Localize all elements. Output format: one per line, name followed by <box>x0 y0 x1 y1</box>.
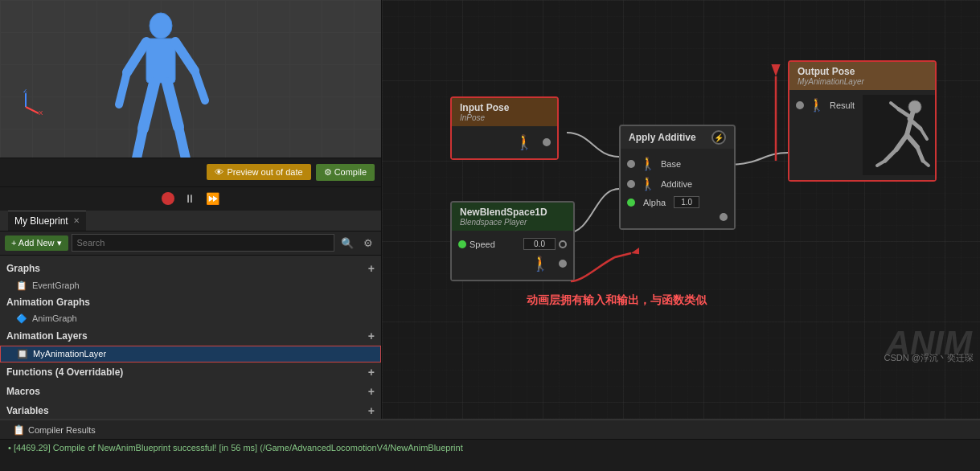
preview-icon: 👁 <box>215 167 223 177</box>
step-button[interactable]: ⏩ <box>205 191 219 206</box>
compiler-line: • [4469.29] Compile of NewAnimBlueprint … <box>8 443 972 453</box>
svg-line-9 <box>195 71 205 100</box>
svg-line-25 <box>885 149 896 161</box>
apply-additive-node[interactable]: Apply Additive ⚡ 🚶 Base 🚶 Additive Alpha <box>619 125 736 230</box>
base-pin: 🚶 Base <box>621 154 734 174</box>
event-graph-item[interactable]: 📋 EventGraph <box>0 278 381 293</box>
graphs-section-header[interactable]: Graphs + <box>0 259 381 278</box>
add-new-toolbar: + Add New ▾ 🔍 ⚙ <box>0 231 381 256</box>
result-pin: 🚶 Result <box>789 95 863 115</box>
svg-line-24 <box>896 135 907 149</box>
svg-text:X: X <box>39 109 43 117</box>
svg-line-12 <box>167 83 178 127</box>
alpha-input[interactable] <box>674 196 699 208</box>
apply-additive-header: Apply Additive ⚡ <box>621 126 734 149</box>
blendspace-figure-icon: 🚶 <box>531 255 549 272</box>
compiler-results-tab-bar: 📋 Compiler Results <box>0 420 980 440</box>
alpha-pin: Alpha <box>621 194 734 211</box>
graph-editor[interactable]: Input Pose InPose 🚶 ⚡ NewBlendSpace1D Bl… <box>382 0 980 419</box>
graphs-add-icon[interactable]: + <box>368 262 375 275</box>
alpha-pin-dot <box>627 199 635 207</box>
animation-layer-icon: 🔲 <box>17 349 28 359</box>
compile-button[interactable]: ⚙ Compile <box>316 164 375 181</box>
svg-point-18 <box>908 100 921 113</box>
svg-line-23 <box>921 129 927 139</box>
preview-out-of-date-button[interactable]: 👁 Preview out of date <box>207 164 310 180</box>
my-animation-layer-item[interactable]: 🔲 MyAnimationLayer <box>0 346 381 362</box>
output-pose-preview <box>863 95 935 175</box>
functions-section[interactable]: Functions (4 Overridable) + <box>0 362 381 382</box>
anim-graph-icon: 🔷 <box>16 313 27 324</box>
macros-section[interactable]: Macros + <box>0 382 381 401</box>
input-pose-body: 🚶 <box>452 126 557 158</box>
variables-add-icon[interactable]: + <box>368 404 375 417</box>
svg-line-29 <box>923 161 929 166</box>
svg-point-4 <box>150 13 172 39</box>
add-new-button[interactable]: + Add New ▾ <box>5 236 68 251</box>
speed-pin-row: Speed <box>452 236 573 252</box>
pause-button[interactable]: ⏸ <box>182 191 197 206</box>
output-pose-header: Output Pose MyAnimationLayer <box>789 62 935 90</box>
additive-pin: 🚶 Additive <box>621 174 734 194</box>
base-pin-dot <box>627 160 635 168</box>
csdn-credit: CSDN @浮沉丶奕迁琛 <box>884 352 974 364</box>
compiler-results-icon: 📋 <box>13 424 25 436</box>
apply-additive-output-pin <box>621 211 734 223</box>
animation-layers-section[interactable]: Animation Layers + <box>0 326 381 346</box>
result-figure-icon: 🚶 <box>809 97 825 113</box>
viewport-toolbar: 👁 Preview out of date ⚙ Compile <box>0 158 381 186</box>
pose-figure-icon: 🚶 <box>515 133 533 151</box>
input-pose-output-pin: 🚶 <box>452 131 557 154</box>
svg-line-7 <box>119 72 127 104</box>
svg-line-28 <box>877 161 885 166</box>
svg-line-26 <box>907 135 917 147</box>
record-button[interactable] <box>162 192 174 205</box>
my-blueprint-tab[interactable]: My Blueprint ✕ <box>8 211 86 231</box>
output-pin-dot <box>543 138 551 146</box>
blueprint-search-input[interactable] <box>72 234 334 252</box>
blueprint-tree: Graphs + 📋 EventGraph Animation Graphs 🔷… <box>0 256 381 420</box>
additive-figure-icon: 🚶 <box>640 176 656 191</box>
search-icon[interactable]: 🔍 <box>338 236 357 251</box>
svg-line-20 <box>899 109 911 117</box>
svg-line-2 <box>26 107 39 113</box>
blendspace-output-pin: 🚶 <box>452 252 573 275</box>
functions-add-icon[interactable]: + <box>368 366 375 379</box>
anim-graph-item[interactable]: 🔷 AnimGraph <box>0 311 381 326</box>
svg-line-27 <box>917 147 923 161</box>
3d-viewport[interactable]: Z X <box>0 0 381 158</box>
apply-additive-body: 🚶 Base 🚶 Additive Alpha <box>621 149 734 228</box>
tab-close-icon[interactable]: ✕ <box>73 216 80 225</box>
bottom-bar: 📋 Compiler Results • [4469.29] Compile o… <box>0 419 980 471</box>
speed-input[interactable] <box>523 238 556 250</box>
speed-pin-dot <box>458 240 466 248</box>
compiler-output: • [4469.29] Compile of NewAnimBlueprint … <box>0 440 980 471</box>
blendspace-header: NewBlendSpace1D Blendspace Player <box>452 203 573 231</box>
blendspace-node[interactable]: NewBlendSpace1D Blendspace Player Speed … <box>450 201 575 281</box>
input-pose-node[interactable]: Input Pose InPose 🚶 <box>450 96 559 160</box>
svg-rect-5 <box>146 39 175 83</box>
output-pose-node[interactable]: Output Pose MyAnimationLayer 🚶 Result <box>788 60 937 182</box>
compiler-results-tab[interactable]: 📋 Compiler Results <box>6 424 102 436</box>
blendspace-body: Speed 🚶 <box>452 231 573 280</box>
svg-line-11 <box>133 129 143 158</box>
result-pin-dot <box>796 101 804 109</box>
svg-line-6 <box>127 42 146 72</box>
additive-pin-dot <box>627 180 635 188</box>
macros-add-icon[interactable]: + <box>368 385 375 398</box>
layer-annotation: 动画层拥有输入和输出，与函数类似 <box>527 293 707 308</box>
animation-graphs-section[interactable]: Animation Graphs <box>0 293 381 311</box>
speed-output-dot <box>559 240 567 248</box>
blueprint-tab-bar: My Blueprint ✕ <box>0 211 381 231</box>
viewport-panel: Z X <box>0 0 382 419</box>
variables-section[interactable]: Variables + <box>0 401 381 420</box>
apply-additive-lightning-icon: ⚡ <box>711 130 726 145</box>
event-graph-icon: 📋 <box>16 281 27 291</box>
watermark: ANIM <box>886 324 972 362</box>
settings-icon[interactable]: ⚙ <box>360 236 376 251</box>
svg-text:Z: Z <box>23 89 27 94</box>
input-pose-header: Input Pose InPose <box>452 98 557 126</box>
svg-line-13 <box>178 127 189 158</box>
animation-layers-add-icon[interactable]: + <box>368 330 375 342</box>
svg-line-8 <box>175 42 195 71</box>
